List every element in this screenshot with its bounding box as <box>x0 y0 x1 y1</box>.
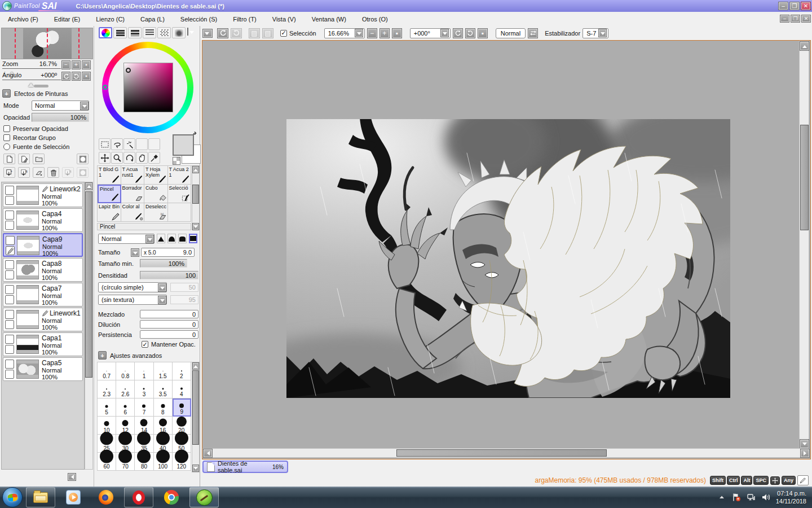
window-close-button[interactable]: ✕ <box>801 2 811 10</box>
brush-size-preset[interactable]: 70 <box>116 453 135 471</box>
new-linework-layer-button[interactable] <box>18 154 30 164</box>
eyedropper-tool[interactable] <box>148 152 160 164</box>
min-size-slider[interactable]: 100% <box>140 259 187 268</box>
layer-panel-scroll-button[interactable] <box>68 473 76 481</box>
canvas-artwork[interactable] <box>286 119 730 398</box>
brush-shape-dropdown[interactable]: (círculo simple) <box>98 282 167 292</box>
opacity-slider[interactable]: 100% <box>32 113 89 122</box>
tool-tray-item[interactable] <box>168 203 192 222</box>
layer-item[interactable]: Capa1 Normal 100% <box>3 332 83 356</box>
layer-item[interactable]: Capa5 Normal 100% <box>3 357 83 381</box>
new-folder-button[interactable] <box>33 154 45 164</box>
hsv-sliders-tab[interactable] <box>128 27 142 38</box>
scratchpad-tab[interactable] <box>172 27 186 38</box>
brush-size-preset[interactable]: 4 <box>173 380 191 398</box>
vscroll-thumb[interactable] <box>800 125 809 230</box>
layer-visibility-toggle[interactable] <box>5 186 14 195</box>
menu-item[interactable]: Editar (E) <box>46 14 88 25</box>
brush-size-preset[interactable]: 0.7 <box>98 362 116 380</box>
paint-effects-header[interactable]: + Efectos de Pinturas <box>2 89 68 98</box>
chevron-down-icon[interactable] <box>158 296 166 304</box>
mixed-sliders-tab[interactable] <box>143 27 156 38</box>
panel-splitter[interactable] <box>34 85 48 87</box>
flip-view-button[interactable] <box>528 28 538 38</box>
rect-select-tool[interactable] <box>99 138 111 150</box>
window-minimize-button[interactable]: – <box>778 2 788 10</box>
size-grid-scrollbar[interactable] <box>192 362 200 472</box>
selection-checkbox[interactable]: ✓ <box>280 30 287 37</box>
sv-marker[interactable] <box>126 68 131 73</box>
taskbar-app-button[interactable] <box>26 487 55 507</box>
tool-tray-item[interactable]: Deselecc <box>144 203 168 222</box>
brush-size-preset[interactable]: 9 <box>173 398 191 417</box>
taskbar-clock[interactable]: 07:14 p.m. 14/11/2018 <box>776 489 806 505</box>
new-layer-button[interactable] <box>3 154 15 164</box>
angle-reset-button[interactable]: ▪ <box>478 28 488 38</box>
nav-angle-reset-button[interactable]: ▪ <box>82 72 91 81</box>
chevron-down-icon[interactable] <box>355 29 363 37</box>
clear-layer-button[interactable] <box>33 167 45 178</box>
view-mode-button[interactable]: Normal <box>496 28 526 38</box>
nav-rotate-cw-button[interactable] <box>72 72 81 81</box>
canvas-hscrollbar[interactable] <box>202 448 809 458</box>
clip-group-row[interactable]: Recortar Grupo <box>3 134 56 141</box>
brush-size-preset[interactable]: 2 <box>173 362 191 380</box>
brush-size-preset[interactable]: 1 <box>135 362 153 380</box>
layer-item[interactable]: Capa7 Normal 100% <box>3 283 83 306</box>
hue-marker[interactable] <box>103 85 108 90</box>
zoom-in-button[interactable]: + <box>379 28 390 38</box>
tool-tray-item[interactable]: T Acua 2 1 <box>168 166 192 185</box>
menu-item[interactable]: Filtro (T) <box>225 14 264 25</box>
brush-size-preset[interactable]: 2.6 <box>116 380 135 398</box>
size-unit-button[interactable] <box>131 248 139 257</box>
selection-toggle[interactable]: ✓ Selección <box>280 30 316 37</box>
brush-size-preset[interactable]: 1.5 <box>154 362 173 380</box>
canvas-workspace[interactable] <box>202 41 799 448</box>
brush-tip-dome[interactable] <box>167 234 176 243</box>
chevron-down-icon[interactable] <box>158 283 166 292</box>
canvas-vscrollbar[interactable] <box>799 41 809 448</box>
layer-item[interactable]: Capa8 Normal 100% <box>3 258 83 282</box>
hand-tool[interactable] <box>136 152 148 164</box>
document-tab[interactable]: Dientes de sable.sai 16% <box>202 461 288 473</box>
advanced-settings-header[interactable]: + Ajustes avanzados <box>98 351 162 360</box>
swatches-tab[interactable] <box>157 27 171 38</box>
selection-source-radio[interactable] <box>3 143 10 150</box>
transparent-color-button[interactable] <box>173 157 180 165</box>
layer-visibility-toggle[interactable] <box>5 285 14 294</box>
brush-size-preset[interactable]: 120 <box>173 453 191 471</box>
toolbar-menu-button[interactable] <box>202 29 213 38</box>
preserve-opacity-row[interactable]: Preservar Opacidad <box>3 125 68 132</box>
stabilizer-field[interactable]: S-7 <box>582 28 608 38</box>
layer-visibility-toggle[interactable] <box>6 236 15 245</box>
brush-blend-dropdown[interactable]: Normal <box>98 234 155 244</box>
layer-edit-box[interactable] <box>6 246 15 255</box>
layer-item[interactable]: Capa9 Normal 100% <box>3 233 83 257</box>
layer-visibility-toggle[interactable] <box>5 260 14 269</box>
tool-tray-item[interactable]: Cubo <box>144 185 168 203</box>
brush-tip-triangle[interactable] <box>157 234 165 243</box>
tool-tray-item[interactable]: Pincel <box>98 185 121 203</box>
preserve-opacity-checkbox[interactable] <box>3 125 10 132</box>
layer-item[interactable]: Linework1 Normal 100% <box>3 308 83 331</box>
zoom-field[interactable]: 16.66% <box>324 28 365 38</box>
layer-edit-box[interactable] <box>5 196 14 205</box>
nav-rotate-ccw-button[interactable] <box>61 72 70 81</box>
brush-size-preset[interactable]: 60 <box>98 453 116 471</box>
rgb-sliders-tab[interactable] <box>113 27 127 38</box>
layer-edit-box[interactable] <box>5 270 14 279</box>
foreground-color-swatch[interactable] <box>173 134 194 156</box>
layer-visibility-toggle[interactable] <box>5 211 14 220</box>
layer-visibility-toggle[interactable] <box>5 335 14 344</box>
brush-size-preset[interactable]: 5 <box>98 398 116 417</box>
brush-size-preset[interactable]: 80 <box>135 453 153 471</box>
selection-source-row[interactable]: Fuente de Selección <box>3 143 69 150</box>
layer-item[interactable]: Capa4 Normal 100% <box>3 208 83 232</box>
brush-size-preset[interactable]: 2.3 <box>98 380 116 398</box>
layer-visibility-toggle[interactable] <box>5 360 14 369</box>
panel-menu-button[interactable] <box>187 28 188 36</box>
volume-icon[interactable] <box>761 493 770 502</box>
brush-size-preset[interactable]: 100 <box>154 453 173 471</box>
brush-size-preset[interactable]: 8 <box>154 398 173 417</box>
brush-tip-square[interactable] <box>189 234 197 243</box>
